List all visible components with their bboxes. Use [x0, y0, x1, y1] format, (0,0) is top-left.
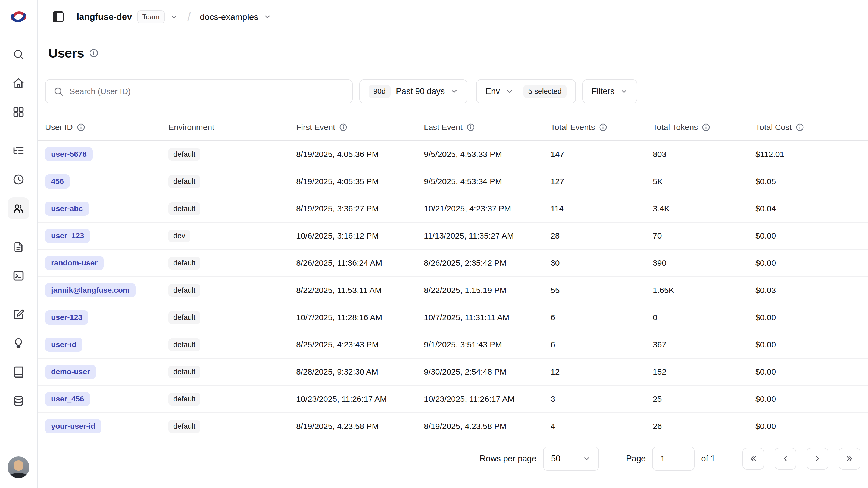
sidebar-item-prompts[interactable] — [8, 236, 29, 258]
org-type-badge: Team — [137, 10, 165, 24]
first-event-cell: 8/19/2025, 4:05:35 PM — [296, 177, 424, 186]
total-tokens-cell: 25 — [653, 395, 755, 404]
tracing-tree-icon — [12, 145, 25, 157]
date-range-button[interactable]: 90d Past 90 days — [359, 80, 467, 103]
sidebar-item-users[interactable] — [8, 198, 29, 219]
table-row[interactable]: random-user default 8/26/2025, 11:36:24 … — [37, 250, 868, 277]
last-event-cell: 9/5/2025, 4:53:34 PM — [424, 177, 551, 186]
breadcrumb-project[interactable]: docs-examples — [200, 12, 258, 22]
column-header[interactable]: Total Cost — [755, 123, 868, 132]
users-icon — [12, 202, 25, 214]
user-id-cell: user_123 — [45, 229, 168, 243]
column-header[interactable]: Last Event — [424, 123, 551, 132]
sidebar-item-database[interactable] — [8, 390, 29, 412]
user-id-badge[interactable]: random-user — [45, 256, 103, 270]
sidebar-item-search[interactable] — [8, 44, 29, 65]
column-header[interactable]: Environment — [168, 123, 296, 132]
table-row[interactable]: user-abc default 8/19/2025, 3:36:27 PM 1… — [37, 195, 868, 223]
total-cost-cell: $0.00 — [755, 258, 868, 268]
table-row[interactable]: demo-user default 8/28/2025, 9:32:30 AM … — [37, 358, 868, 386]
first-event-cell: 8/22/2025, 11:53:11 AM — [296, 286, 424, 295]
first-event-cell: 8/26/2025, 11:36:24 AM — [296, 258, 424, 268]
total-cost-cell: $0.03 — [755, 286, 868, 295]
column-info-icon[interactable] — [702, 123, 710, 132]
table-row[interactable]: your-user-id default 8/19/2025, 4:23:58 … — [37, 413, 868, 440]
user-id-badge[interactable]: user-id — [45, 338, 82, 352]
user-id-cell: user_456 — [45, 392, 168, 406]
search-input[interactable] — [69, 87, 345, 96]
total-tokens-cell: 26 — [653, 422, 755, 431]
column-info-icon[interactable] — [599, 123, 608, 132]
user-id-badge[interactable]: user-123 — [45, 310, 88, 324]
table-body: user-5678 default 8/19/2025, 4:05:36 PM … — [37, 141, 868, 440]
sidebar-item-datasets[interactable] — [8, 361, 29, 383]
user-id-badge[interactable]: your-user-id — [45, 419, 101, 433]
total-cost-cell: $0.00 — [755, 367, 868, 376]
table-row[interactable]: user_123 dev 10/6/2025, 3:16:12 PM 11/13… — [37, 223, 868, 250]
user-id-badge[interactable]: demo-user — [45, 365, 96, 379]
search-icon — [53, 86, 64, 96]
column-header-label: User ID — [45, 123, 73, 132]
total-events-cell: 147 — [551, 150, 653, 159]
environment-badge: default — [168, 338, 200, 351]
sidebar-item-tracing[interactable] — [8, 140, 29, 162]
column-header-label: Total Events — [551, 123, 595, 132]
users-table: User ID Environment First Event — [37, 114, 868, 440]
table-row[interactable]: user_456 default 10/23/2025, 11:26:17 AM… — [37, 386, 868, 413]
next-page-button[interactable] — [807, 448, 828, 469]
last-page-button[interactable] — [839, 448, 860, 469]
total-cost-cell: $0.00 — [755, 231, 868, 240]
sidebar-item-dashboards[interactable] — [8, 101, 29, 123]
first-event-cell: 8/28/2025, 9:32:30 AM — [296, 367, 424, 376]
page-title: Users — [49, 46, 84, 61]
table-row[interactable]: jannik@langfuse.com default 8/22/2025, 1… — [37, 277, 868, 304]
user-id-badge[interactable]: user_456 — [45, 392, 90, 406]
environment-cell: default — [168, 338, 296, 351]
user-id-cell: user-123 — [45, 310, 168, 324]
sidebar-item-playground[interactable] — [8, 265, 29, 287]
sidebar-item-lightbulb[interactable] — [8, 333, 29, 354]
column-info-icon[interactable] — [76, 123, 85, 132]
app-logo[interactable] — [9, 8, 28, 26]
sidebar-item-home[interactable] — [8, 73, 29, 94]
total-cost-cell: $0.05 — [755, 177, 868, 186]
page-input[interactable] — [652, 447, 694, 470]
column-info-icon[interactable] — [339, 123, 348, 132]
search-box[interactable] — [45, 80, 353, 103]
user-avatar[interactable] — [8, 456, 29, 478]
column-info-icon[interactable] — [466, 123, 475, 132]
rows-per-page-select[interactable]: 50 — [543, 447, 599, 470]
total-events-cell: 6 — [551, 313, 653, 322]
env-filter-button[interactable]: Env 5 selected — [476, 80, 576, 103]
column-header[interactable]: Total Tokens — [653, 123, 755, 132]
user-id-badge[interactable]: user-5678 — [45, 147, 93, 161]
column-header-label: Environment — [168, 123, 214, 132]
user-id-badge[interactable]: jannik@langfuse.com — [45, 283, 135, 297]
column-header[interactable]: User ID — [45, 123, 168, 132]
table-row[interactable]: 456 default 8/19/2025, 4:05:35 PM 9/5/20… — [37, 168, 868, 195]
first-page-button[interactable] — [742, 448, 764, 469]
user-id-badge[interactable]: user_123 — [45, 229, 90, 243]
first-event-cell: 8/19/2025, 4:23:58 PM — [296, 422, 424, 431]
prev-page-button[interactable] — [775, 448, 796, 469]
table-row[interactable]: user-5678 default 8/19/2025, 4:05:36 PM … — [37, 141, 868, 168]
column-info-icon[interactable] — [796, 123, 804, 132]
total-tokens-cell: 0 — [653, 313, 755, 322]
chevron-down-icon[interactable] — [264, 13, 272, 21]
table-row[interactable]: user-123 default 10/7/2025, 11:28:16 AM … — [37, 304, 868, 331]
sidebar-item-sessions[interactable] — [8, 169, 29, 191]
environment-cell: dev — [168, 230, 296, 242]
sessions-clock-icon — [12, 174, 25, 185]
sidebar-toggle-button[interactable] — [49, 7, 68, 27]
column-header[interactable]: First Event — [296, 123, 424, 132]
environment-cell: default — [168, 202, 296, 215]
filters-button[interactable]: Filters — [582, 80, 637, 103]
chevron-down-icon[interactable] — [170, 13, 178, 21]
table-row[interactable]: user-id default 8/25/2025, 4:23:43 PM 9/… — [37, 331, 868, 358]
page-title-info-icon[interactable] — [89, 48, 99, 58]
column-header[interactable]: Total Events — [551, 123, 653, 132]
user-id-badge[interactable]: user-abc — [45, 202, 89, 216]
user-id-badge[interactable]: 456 — [45, 174, 70, 189]
sidebar-item-evaluation[interactable] — [8, 304, 29, 325]
breadcrumb-org[interactable]: langfuse-dev — [76, 12, 132, 22]
